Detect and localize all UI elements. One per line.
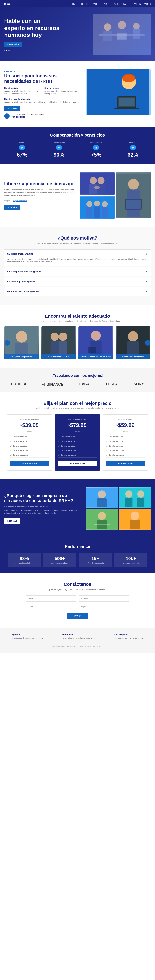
partner-logo-2: EVGA xyxy=(79,382,90,387)
hero-dot-2[interactable] xyxy=(6,50,8,51)
perf-card-2: 15+ Años de experiencia xyxy=(79,553,112,567)
motiva-subtitle: SampleText dolor sit amet, consectetur a… xyxy=(4,242,151,245)
nav-home[interactable]: HOME xyxy=(71,3,77,5)
pricing-label-0: Plan Básico de RRHH xyxy=(10,418,49,421)
contact-email-field[interactable] xyxy=(26,595,76,602)
comp-item-0: Beneficios ★ 67% xyxy=(17,142,27,158)
pricing-subtitle: sit clit nomad aliquis elit. Et lacerat … xyxy=(4,407,151,409)
svg-point-20 xyxy=(98,177,104,184)
why-cta-button[interactable]: LEER MÁS xyxy=(4,518,21,524)
hero-heading: Hable con un experto en recursos humanos… xyxy=(4,18,62,38)
svg-rect-47 xyxy=(88,347,96,353)
hero-dot-3[interactable] xyxy=(8,50,9,51)
liderazgo-left: Libere su potencial de liderazgo Digitex… xyxy=(4,181,76,210)
svg-rect-28 xyxy=(126,200,141,209)
partner-right xyxy=(86,70,151,115)
pricing-btn-2[interactable]: ELIGE UN PLAN xyxy=(106,461,145,466)
nav-contact[interactable]: CONTACT xyxy=(80,3,90,5)
svg-point-1 xyxy=(104,23,111,31)
navbar: logo HOME CONTACT PAGE 1 PAGE 2 PAGE 3 P… xyxy=(0,0,155,8)
hero-dot-1[interactable] xyxy=(4,50,5,51)
pricing-feature-1-2: ✓ Característica tres xyxy=(58,444,97,449)
liderazgo-body: Digitexte suspendisse id ante in nibh ma… xyxy=(4,189,76,197)
contact-text-field[interactable] xyxy=(26,604,76,610)
talento-card-label-1: Reclutamiento de RRHH xyxy=(41,354,76,360)
svg-point-13 xyxy=(122,74,135,82)
liderazgo-right xyxy=(79,172,151,219)
pricing-feature-0-3: ✓ Característica cuatro xyxy=(10,449,49,453)
accordion-header-2[interactable]: 03. Training Development ∨ xyxy=(4,277,151,286)
logo: logo xyxy=(4,2,10,5)
svg-point-64 xyxy=(131,511,139,520)
nav-page4[interactable]: PAGE 4 xyxy=(123,3,130,5)
svg-rect-2 xyxy=(103,31,112,41)
partner-vision-label: Nuestra visión xyxy=(44,87,82,89)
perf-label-2: Años de experiencia xyxy=(82,562,109,564)
partner-cta-button[interactable]: LEER MÁS xyxy=(4,106,20,111)
partner-phone: 📞 Llame los 24 horas, los 7 días de la s… xyxy=(4,113,82,119)
accordion-header-3[interactable]: 04. Performance Management ∨ xyxy=(4,287,151,296)
carousel-next-button[interactable]: › xyxy=(145,340,150,346)
comp-percent-3: 62% xyxy=(128,152,138,158)
footer-col-losangeles: Los Angeles 560 West St, Georgia, LA 900… xyxy=(114,633,144,640)
talento-card-label-3: Selección de candidatos xyxy=(115,354,151,360)
perf-label-1: Empresas atendidas xyxy=(46,562,73,564)
liderazgo-cta-button[interactable]: LEER MÁS xyxy=(4,205,20,210)
contact-submit-button[interactable]: ENVIAR xyxy=(67,613,88,619)
partner-tag: Nuestra misión xyxy=(4,71,21,73)
svg-rect-8 xyxy=(117,34,127,39)
contact-heading: Contáctenos xyxy=(4,582,151,587)
partner-phone-text: Llame los 24 horas, los 7 días de la sem… xyxy=(11,113,45,119)
svg-point-25 xyxy=(128,179,139,190)
chevron-down-icon-1: ∨ xyxy=(146,270,148,273)
contact-subtitle: ¿Tienes alguna pregunta o comentario? ¡E… xyxy=(4,588,151,590)
compensation-items: Beneficios ★ 67% Entrenamiento ✦ 90% Rec… xyxy=(4,142,151,158)
hero-cta-button[interactable]: LEER MÁS xyxy=(4,42,22,48)
accordion-title-3: 04. Performance Management xyxy=(7,290,40,293)
freepik-link[interactable]: imagina de Freepik xyxy=(13,200,27,202)
svg-point-49 xyxy=(128,331,138,342)
comp-label-1: Entrenamiento xyxy=(53,142,65,144)
partner-grid: Nuestra misión SampleText: Click to doub… xyxy=(4,87,82,103)
perf-value-0: 98% xyxy=(11,556,38,562)
talento-heading: Encontrar el talento adecuado xyxy=(4,313,151,319)
pricing-label-2: Plan Pro RRHH+ xyxy=(106,418,145,421)
partner-vision-text: SampleText: Click to double click and st… xyxy=(44,90,82,95)
why-left: ¿Por qué elegir una empresa de servicios… xyxy=(4,493,82,524)
partner-logo-3: TESLA xyxy=(106,382,118,387)
nav-page3[interactable]: PAGE 3 xyxy=(113,3,120,5)
why-body2: sit clit cumque elit ex. Et lacerat lect… xyxy=(4,509,82,515)
accordion-header-1[interactable]: 02. Compensation Management ∨ xyxy=(4,267,151,276)
pricing-feature-2-2: ✓ Característica tres xyxy=(106,444,145,449)
svg-point-55 xyxy=(125,490,133,498)
accordion-item-3: 04. Performance Management ∨ xyxy=(4,287,151,296)
svg-point-56 xyxy=(138,490,145,498)
pricing-btn-1[interactable]: ELIGE UN PLAN xyxy=(58,461,97,466)
pricing-feature-2-3: ✓ Característica cuatro xyxy=(106,449,145,453)
contact-name-field[interactable] xyxy=(79,595,129,602)
hero-section: Hable con un experto en recursos humanos… xyxy=(0,8,155,61)
svg-rect-0 xyxy=(99,34,145,36)
contact-subject-field[interactable] xyxy=(79,604,129,610)
why-heading: ¿Por qué elegir una empresa de servicios… xyxy=(4,493,82,503)
liderazgo-link: Imagina de imagina de Freepik xyxy=(4,200,27,202)
nav-page6[interactable]: PAGE 6 xyxy=(144,3,151,5)
perf-label-3: Profesionales colocados xyxy=(117,562,144,564)
accordion-header-0[interactable]: 01. Recruitment Staffing ∧ xyxy=(4,250,151,258)
why-image-2 xyxy=(119,487,151,508)
svg-rect-4 xyxy=(117,29,127,41)
nav-page5[interactable]: PAGE 5 xyxy=(133,3,141,5)
footer-address-0: 41 Princess Rd, Ryerson, VIC 3977, AU xyxy=(11,637,43,640)
partner-value-text: SampleText: Click to double click and st… xyxy=(4,101,82,103)
pricing-btn-0[interactable]: ELIGE UN PLAN xyxy=(10,461,49,466)
talento-card-1: Reclutamiento de RRHH xyxy=(41,326,76,360)
nav-page1[interactable]: PAGE 1 xyxy=(93,3,100,5)
carousel-prev-button[interactable]: ‹ xyxy=(5,340,10,346)
why-image-1 xyxy=(86,487,118,508)
why-image-3 xyxy=(86,509,118,530)
pricing-feature-0-1: ✓ Característica dos xyxy=(10,439,49,444)
pricing-feature-1-3: ✓ Característica cuatro xyxy=(58,449,97,453)
svg-point-30 xyxy=(86,201,92,207)
nav-page2[interactable]: PAGE 2 xyxy=(103,3,110,5)
svg-rect-7 xyxy=(117,33,127,40)
